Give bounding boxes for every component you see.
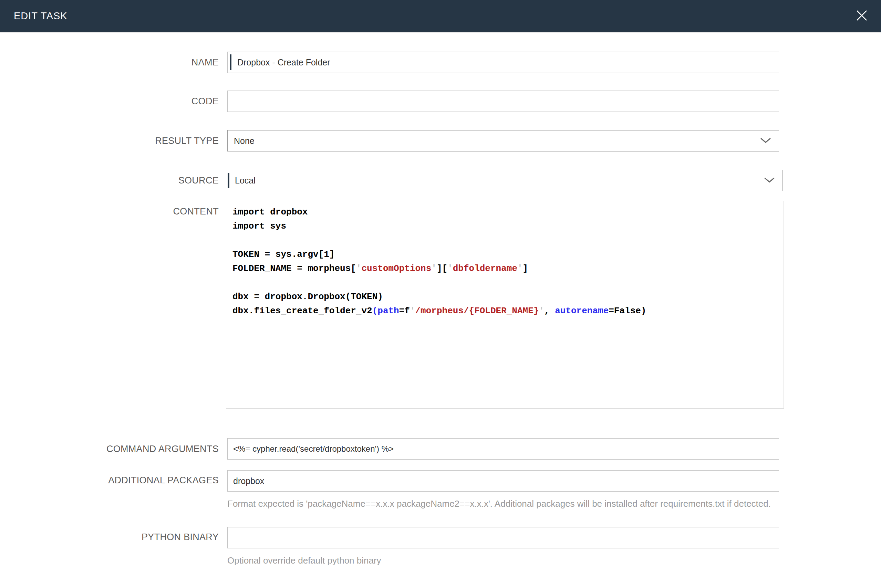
code-label: CODE (0, 96, 227, 107)
source-label: SOURCE (0, 175, 227, 186)
chevron-down-icon (764, 176, 775, 186)
code-input[interactable] (227, 90, 779, 112)
input-caret-bar (230, 54, 231, 70)
close-icon (855, 9, 868, 23)
code-line: dbx.files_create_folder_v2(path=f'/morph… (233, 304, 777, 318)
code-line (233, 276, 777, 290)
result-type-row: RESULT TYPE None (0, 130, 881, 152)
code-line: TOKEN = sys.argv[1] (233, 248, 777, 262)
command-arguments-label: COMMAND ARGUMENTS (0, 444, 227, 454)
content-code-editor[interactable]: import dropboximport sys TOKEN = sys.arg… (226, 201, 784, 409)
command-arguments-input[interactable] (227, 438, 779, 460)
result-type-select[interactable]: None (227, 130, 779, 152)
code-row: CODE (0, 90, 881, 112)
name-row: NAME (0, 52, 881, 73)
content-label: CONTENT (0, 201, 227, 217)
source-value: Local (235, 176, 255, 186)
edit-task-form: NAME CODE RESULT TYPE None SOURCE Local (0, 33, 881, 567)
close-button[interactable] (852, 6, 871, 26)
content-row: CONTENT import dropboximport sys TOKEN =… (0, 201, 881, 409)
python-binary-help: Optional override default python binary (227, 554, 779, 567)
name-input[interactable] (227, 52, 779, 73)
code-line: import sys (233, 219, 777, 233)
python-binary-row: PYTHON BINARY Optional override default … (0, 527, 881, 567)
result-type-value: None (234, 136, 255, 146)
source-row: SOURCE Local (0, 170, 881, 191)
additional-packages-label: ADDITIONAL PACKAGES (0, 470, 227, 486)
python-binary-input[interactable] (227, 527, 779, 548)
code-line: import dropbox (233, 205, 777, 219)
name-label: NAME (0, 57, 227, 68)
additional-packages-help: Format expected is 'packageName==x.x.x p… (227, 497, 779, 510)
source-select[interactable]: Local (225, 170, 783, 191)
python-binary-label: PYTHON BINARY (0, 527, 227, 543)
modal-title: EDIT TASK (14, 10, 68, 22)
code-line: FOLDER_NAME = morpheus['customOptions'][… (233, 262, 777, 276)
result-type-label: RESULT TYPE (0, 136, 227, 146)
code-line: dbx = dropbox.Dropbox(TOKEN) (233, 290, 777, 304)
command-arguments-row: COMMAND ARGUMENTS (0, 438, 881, 460)
modal-header: EDIT TASK (0, 0, 881, 33)
code-line (233, 233, 777, 248)
select-caret-bar (228, 173, 230, 188)
additional-packages-row: ADDITIONAL PACKAGES Format expected is '… (0, 470, 881, 510)
additional-packages-input[interactable] (227, 470, 779, 492)
chevron-down-icon (760, 136, 771, 146)
